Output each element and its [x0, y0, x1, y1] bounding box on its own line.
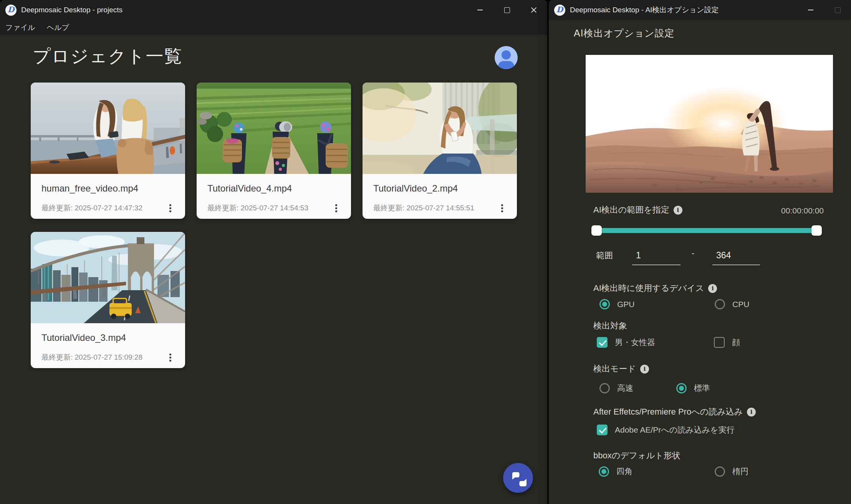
- right-titlebar: D Deepmosaic Desktop - AI検出オプション設定: [549, 0, 851, 20]
- screen: D Deepmosaic Desktop - projects ファイル ヘルプ…: [0, 0, 851, 504]
- checkbox-icon[interactable]: [714, 337, 725, 348]
- page-title: プロジェクト一覧: [33, 45, 182, 68]
- minimize-icon: [808, 10, 813, 10]
- device-option-cpu[interactable]: CPU: [715, 299, 749, 309]
- project-menu-button[interactable]: [164, 202, 177, 215]
- project-title: TutorialVideo_4.mp4: [207, 183, 340, 194]
- project-card[interactable]: TutorialVideo_4.mp4 最終更新: 2025-07-27 14:…: [197, 83, 351, 219]
- menu-file[interactable]: ファイル: [5, 23, 35, 33]
- slider-track[interactable]: [594, 228, 820, 233]
- video-preview-frame: [586, 55, 833, 193]
- mode-option-standard[interactable]: 標準: [676, 383, 710, 393]
- project-card[interactable]: TutorialVideo_3.mp4 最終更新: 2025-07-27 15:…: [31, 232, 185, 368]
- left-window-controls: [467, 0, 547, 20]
- range-field-label: 範囲: [596, 250, 613, 261]
- avatar-person-icon: [502, 50, 511, 59]
- project-updated: 最終更新: 2025-07-27 14:55:51: [373, 203, 474, 213]
- radio-icon[interactable]: [599, 299, 610, 309]
- kebab-icon: [335, 207, 337, 209]
- bbox-option-rectangle[interactable]: 四角: [599, 466, 632, 477]
- close-button[interactable]: [520, 0, 547, 20]
- checkbox-icon[interactable]: [597, 425, 608, 435]
- project-thumbnail-pier: [31, 83, 185, 174]
- feedback-fab-button[interactable]: [503, 463, 533, 493]
- target-option-genitals[interactable]: 男・女性器: [597, 337, 655, 348]
- info-icon[interactable]: [708, 284, 717, 293]
- settings-page-title: AI検出オプション設定: [574, 27, 675, 40]
- checkbox-icon[interactable]: [597, 337, 608, 348]
- bbox-option-ellipse[interactable]: 楕円: [715, 466, 748, 477]
- project-title: TutorialVideo_2.mp4: [373, 183, 506, 194]
- project-thumbnail-bridge: [31, 232, 185, 323]
- project-thumbnail-terraces: [197, 83, 351, 174]
- project-updated: 最終更新: 2025-07-27 14:54:53: [207, 203, 308, 213]
- right-window-controls: [797, 0, 851, 20]
- radio-icon[interactable]: [599, 466, 609, 477]
- radio-icon[interactable]: [715, 466, 725, 477]
- info-icon[interactable]: [747, 408, 756, 416]
- device-section-label: AI検出時に使用するデバイス: [593, 283, 717, 294]
- maximize-button-disabled: [824, 0, 851, 20]
- project-title: human_free_video.mp4: [41, 183, 174, 194]
- range-start-input[interactable]: [632, 248, 680, 265]
- right-window-title: Deepmosaic Desktop - AI検出オプション設定: [570, 5, 719, 15]
- left-titlebar: D Deepmosaic Desktop - projects: [0, 0, 547, 20]
- menu-help[interactable]: ヘルプ: [47, 23, 69, 33]
- radio-icon[interactable]: [676, 383, 687, 393]
- kebab-icon: [169, 357, 171, 359]
- kebab-icon: [501, 207, 503, 209]
- timecode-display: 00:00:00:00: [549, 206, 824, 215]
- slider-handle-end[interactable]: [811, 225, 822, 236]
- minimize-button[interactable]: [467, 0, 493, 20]
- mode-option-fast[interactable]: 高速: [599, 383, 633, 393]
- target-section-label: 検出対象: [593, 320, 627, 332]
- project-menu-button[interactable]: [495, 202, 508, 215]
- project-title: TutorialVideo_3.mp4: [41, 332, 174, 343]
- app-logo-icon: D: [5, 5, 17, 16]
- video-preview-desert: [586, 55, 833, 193]
- minimize-icon: [477, 10, 483, 10]
- projects-window: D Deepmosaic Desktop - projects ファイル ヘルプ…: [0, 0, 547, 504]
- project-updated: 最終更新: 2025-07-27 14:47:32: [41, 203, 142, 213]
- ae-import-option[interactable]: Adobe AE/Prへの読み込みを実行: [597, 425, 735, 435]
- maximize-icon: [835, 7, 841, 13]
- info-icon[interactable]: [640, 365, 649, 373]
- project-thumbnail-park: [363, 83, 517, 174]
- ae-import-section-label: After Effetcs/Premiere Proへの読み込み: [593, 406, 756, 418]
- menubar: ファイル ヘルプ: [0, 20, 69, 35]
- maximize-icon: [504, 7, 510, 13]
- bbox-section-label: bboxのデフォルト形状: [593, 450, 680, 461]
- project-menu-button[interactable]: [164, 351, 177, 364]
- minimize-button[interactable]: [797, 0, 824, 20]
- range-inputs-row: 範囲 -: [549, 248, 833, 268]
- target-option-face[interactable]: 顔: [714, 337, 740, 348]
- kebab-icon: [169, 207, 171, 209]
- close-icon: [531, 7, 537, 13]
- app-logo-icon: D: [554, 5, 565, 16]
- project-card[interactable]: human_free_video.mp4 最終更新: 2025-07-27 14…: [31, 83, 185, 219]
- project-card[interactable]: TutorialVideo_2.mp4 最終更新: 2025-07-27 14:…: [363, 83, 517, 219]
- project-menu-button[interactable]: [329, 202, 343, 215]
- slider-handle-start[interactable]: [591, 225, 602, 236]
- device-option-gpu[interactable]: GPU: [599, 299, 635, 309]
- radio-icon[interactable]: [715, 299, 725, 309]
- radio-icon[interactable]: [599, 383, 610, 393]
- ai-settings-window: D Deepmosaic Desktop - AI検出オプション設定 AI検出オ…: [549, 0, 851, 504]
- range-end-input[interactable]: [712, 248, 760, 265]
- project-updated: 最終更新: 2025-07-27 15:09:28: [41, 352, 142, 362]
- feedback-bubbles-icon: [510, 469, 526, 486]
- maximize-button[interactable]: [493, 0, 520, 20]
- mode-section-label: 検出モード: [593, 363, 649, 375]
- left-window-title: Deepmosaic Desktop - projects: [21, 6, 123, 14]
- range-slider[interactable]: [593, 225, 820, 236]
- range-separator: -: [692, 248, 694, 258]
- profile-avatar[interactable]: [495, 46, 518, 69]
